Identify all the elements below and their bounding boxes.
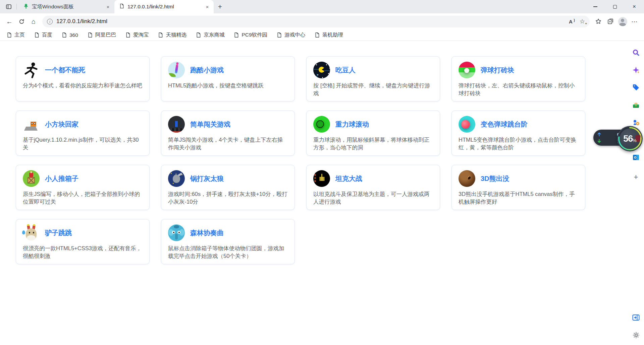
game-title-link[interactable]: 锅打灰太狼 — [190, 174, 224, 183]
sidebar-shopping-icon[interactable] — [631, 83, 641, 92]
close-tab-icon[interactable]: × — [204, 3, 211, 10]
game-description: 简单JS闯关小游戏，4个关卡，键盘上下左右操作闯关小游戏 — [168, 136, 288, 151]
sidebar-settings-gear-icon[interactable] — [631, 330, 641, 340]
game-description: 弹球打砖块，左、右箭头键或移动鼠标，控制小球打砖块 — [459, 82, 578, 97]
game-description: 3D熊出没手机游戏基于HTML5 canvas制作，手机触屏操作更好 — [459, 190, 578, 206]
cube-home-icon — [23, 116, 40, 133]
game-description: 以坦克战斗及保卫基地为主题，可一人游戏或两人进行游戏 — [313, 190, 433, 206]
game-card-grid: 一个都不能死 分为4个模式，看看你的反应能力和手速怎么样吧 跑酷小游戏 HTML… — [16, 56, 586, 264]
game-description: HTML5跑酷小游戏，按键盘空格键跳跃 — [168, 82, 288, 89]
sidebar-outlook-icon[interactable] — [631, 153, 641, 162]
game-title-link[interactable]: 弹球打砖块 — [481, 66, 514, 75]
game-description: 鼠标点击消除箱子等物体使动物们团圆，游戏加载完毕点击开始游戏（50个关卡） — [168, 245, 288, 260]
game-card: 吃豆人 按 [空格] 开始或暂停、继续，键盘方向键进行游戏 — [306, 56, 440, 101]
refresh-button[interactable] — [15, 15, 28, 27]
sidebar-open-panel-icon[interactable] — [631, 313, 641, 322]
brick-ball-icon — [459, 62, 475, 78]
close-icon: × — [633, 3, 636, 10]
close-tab-icon[interactable]: × — [104, 3, 112, 10]
home-button[interactable]: ⌂ — [28, 15, 40, 27]
sidebar-search-icon[interactable] — [631, 48, 641, 57]
game-description: 重力球滚动，用鼠标倾斜屏幕，将球体移动到正方形，当心地下的洞 — [313, 136, 433, 151]
game-title-link[interactable]: 变色弹球跳台阶 — [481, 120, 528, 129]
game-title-link[interactable]: 森林协奏曲 — [190, 228, 224, 237]
game-title-link[interactable]: 小方块回家 — [45, 120, 78, 129]
close-button[interactable]: × — [625, 0, 644, 13]
add-favorite-icon[interactable]: ☆+ — [580, 18, 585, 25]
game-title-link[interactable]: 简单闯关游戏 — [190, 120, 230, 129]
read-aloud-icon[interactable]: A) — [569, 19, 575, 24]
game-card: 森林协奏曲 鼠标点击消除箱子等物体使动物们团圆，游戏加载完毕点击开始游戏（50个… — [161, 219, 295, 264]
game-card: 小方块回家 基于jQuery.1.10.2.min.js制作，可以选关，共30关 — [16, 111, 150, 156]
address-bar[interactable]: i 127.0.0.1/link/2.html A) ☆+ — [42, 16, 590, 27]
game-description: 按 [空格] 开始或暂停、继续，键盘方向键进行游戏 — [313, 82, 433, 97]
game-card: 跑酷小游戏 HTML5跑酷小游戏，按键盘空格键跳跃 — [161, 56, 295, 101]
game-description: 分为4个模式，看看你的反应能力和手速怎么样吧 — [23, 82, 143, 89]
game-title-link[interactable]: 驴子跳跳 — [45, 228, 72, 237]
bookmark-item[interactable]: 百度 — [34, 31, 52, 39]
addressbar-actions: A) ☆+ — [569, 18, 585, 25]
game-title-link[interactable]: 3D熊出没 — [481, 174, 509, 183]
bookmark-item[interactable]: 主页 — [6, 31, 25, 39]
baota-logo-icon — [23, 3, 29, 10]
back-button[interactable]: ← — [3, 15, 15, 27]
site-info-icon[interactable]: i — [47, 19, 53, 24]
sidebar-copilot-icon[interactable] — [631, 65, 641, 75]
game-card: 一个都不能死 分为4个模式，看看你的反应能力和手速怎么样吧 — [16, 56, 150, 101]
new-tab-button[interactable]: + — [215, 2, 225, 12]
game-title-link[interactable]: 跑酷小游戏 — [190, 66, 224, 75]
parkour-icon — [168, 62, 185, 78]
game-title-link[interactable]: 重力球滚动 — [335, 120, 369, 129]
pacman-icon — [313, 62, 330, 78]
game-card: 重力球滚动 重力球滚动，用鼠标倾斜屏幕，将球体移动到正方形，当心地下的洞 — [306, 111, 440, 156]
game-card: 小人推箱子 原生JS编写，移动小人，把箱子全部推到小球的位置即可过关 — [16, 165, 150, 210]
runner-icon — [23, 62, 40, 78]
settings-menu-button[interactable]: ⋯ — [629, 15, 641, 27]
gravity-ball-icon — [313, 116, 330, 133]
url-text: 127.0.0.1/link/2.html — [56, 18, 569, 25]
bear-icon — [459, 170, 475, 187]
maximize-button[interactable] — [605, 0, 625, 13]
game-title-link[interactable]: 小人推箱子 — [45, 174, 78, 183]
game-description: 很漂亮的一款HTML5+CSS3游戏，还配有音乐，很酷很刺激 — [23, 245, 143, 260]
upload-arrow-icon — [597, 132, 601, 136]
tab-actions-menu-icon[interactable] — [3, 2, 15, 12]
game-description: HTML5变色弹球跳台阶小游戏，点击台阶可变换红，黄，紫等颜色台阶 — [459, 136, 578, 151]
tab-title: 宝塔Windows面板 — [32, 3, 101, 10]
bookmark-item[interactable]: 游戏中心 — [276, 31, 305, 39]
game-title-link[interactable]: 一个都不能死 — [45, 66, 85, 75]
more-icon: ⋯ — [631, 18, 638, 25]
tank-icon — [313, 170, 330, 187]
sokoban-icon — [23, 170, 40, 187]
bookmark-item[interactable]: 爱淘宝 — [125, 31, 149, 39]
tab-active-localhost[interactable]: 127.0.0.1/link/2.html × — [114, 0, 214, 13]
bookmark-item[interactable]: PC9软件园 — [233, 31, 267, 39]
profile-button[interactable] — [616, 15, 629, 27]
game-title-link[interactable]: 坦克大战 — [335, 174, 362, 183]
bookmark-item[interactable]: 阿里巴巴 — [87, 31, 116, 39]
bookmark-item[interactable]: 京东商城 — [196, 31, 224, 39]
wolf-icon — [168, 170, 185, 187]
usage-percent-ball[interactable]: 56 % — [617, 126, 643, 151]
minimize-button[interactable] — [586, 0, 605, 13]
game-description: 游戏时间:60s，拼手速，殴打灰太狼+10分，殴打小灰灰-10分 — [168, 190, 288, 206]
window-controls: × — [586, 0, 644, 13]
percent-sign: % — [633, 138, 637, 143]
bookmark-item[interactable]: 天猫精选 — [158, 31, 186, 39]
sidebar-add-icon[interactable]: + — [631, 172, 641, 182]
game-title-link[interactable]: 吃豆人 — [335, 66, 356, 75]
game-card: 锅打灰太狼 游戏时间:60s，拼手速，殴打灰太狼+10分，殴打小灰灰-10分 — [161, 165, 295, 210]
sidebar-toolbox-icon[interactable] — [631, 101, 641, 110]
game-description: 基于jQuery.1.10.2.min.js制作，可以选关，共30关 — [23, 136, 143, 151]
browser-titlebar: 宝塔Windows面板 × 127.0.0.1/link/2.html × + … — [0, 0, 644, 13]
favorites-button[interactable] — [592, 15, 604, 27]
donkey-icon — [23, 224, 40, 241]
game-card: 弹球打砖块 弹球打砖块，左、右箭头键或移动鼠标，控制小球打砖块 — [451, 56, 585, 101]
bookmark-item[interactable]: 装机助理 — [314, 31, 343, 39]
collections-button[interactable] — [604, 15, 616, 27]
page-icon — [119, 3, 124, 10]
download-arrow-icon — [597, 139, 601, 143]
tab-baota-panel[interactable]: 宝塔Windows面板 × — [18, 0, 114, 13]
color-ball-icon — [459, 116, 475, 133]
bookmark-item[interactable]: 360 — [61, 32, 78, 38]
